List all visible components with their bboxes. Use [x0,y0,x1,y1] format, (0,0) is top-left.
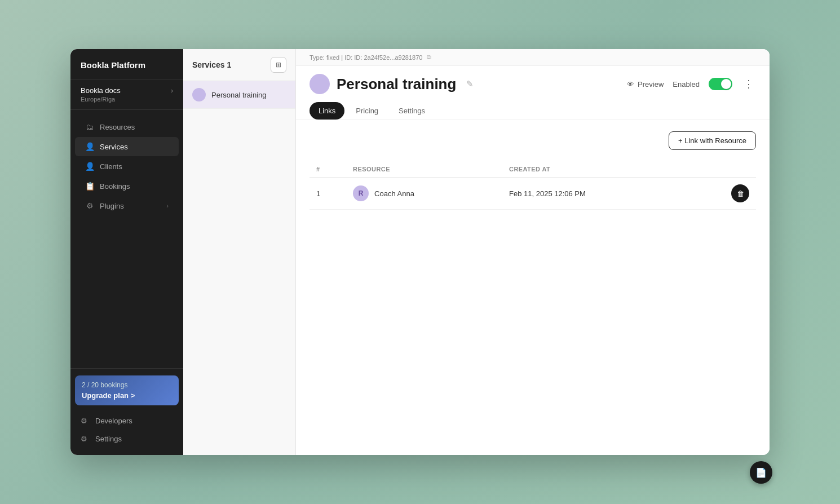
resource-avatar: R [353,185,369,201]
settings-icon: ⚙ [81,435,90,443]
service-list-panel: Services 1 ⊞ Personal training [183,49,296,455]
row-num: 1 [310,178,346,210]
delete-resource-button[interactable]: 🗑 [731,184,749,202]
col-header-resource: Resource [346,161,502,178]
workspace-name: Bookla docs [81,86,121,95]
col-header-actions [690,161,756,178]
sidebar: Bookla Platform Bookla docs › Europe/Rig… [70,49,183,455]
type-info-bar: Type: fixed | ID: ID: 2a24f52e...a928187… [296,49,770,66]
preview-label: Preview [638,80,664,89]
trash-icon: 🗑 [737,189,744,198]
service-tabs: Links Pricing Settings [310,102,756,120]
workspace-region: Europe/Riga [81,96,173,103]
developers-icon: ⚙ [81,417,90,425]
col-header-num: # [310,161,346,178]
sidebar-nav: 🗂 Resources 👤 Services 👤 Clients 📋 Booki… [70,110,183,368]
eye-icon: 👁 [627,80,634,89]
services-icon: 👤 [85,142,94,151]
col-header-created-at: Created at [502,161,690,178]
clients-icon: 👤 [85,162,94,171]
add-service-button[interactable]: ⊞ [271,57,286,73]
row-created-at: Feb 11, 2025 12:06 PM [502,178,690,210]
plugins-icon: ⚙ [85,201,94,210]
fab-doc-button[interactable]: 📄 [750,461,772,484]
workspace-selector[interactable]: Bookla docs › Europe/Riga [70,79,183,110]
sidebar-item-developers[interactable]: ⚙ Developers [75,412,179,430]
resource-name: Coach Anna [374,189,414,198]
service-item-name: Personal training [211,91,267,99]
sidebar-bottom: 2 / 20 bookings Upgrade plan > ⚙ Develop… [70,368,183,455]
preview-button[interactable]: 👁 Preview [627,80,664,89]
tab-pricing[interactable]: Pricing [347,102,387,120]
sidebar-item-plugins[interactable]: ⚙ Plugins › [75,196,179,215]
service-title-row: Personal training ✎ 👁 Preview Enabled ⋮ [310,74,756,94]
sidebar-item-settings[interactable]: ⚙ Settings [75,430,179,448]
edit-service-icon[interactable]: ✎ [466,79,474,89]
sidebar-item-services-label: Services [100,143,128,151]
upgrade-count: 2 / 20 bookings [82,381,172,389]
row-resource: R Coach Anna [346,178,502,210]
sidebar-item-plugins-label: Plugins [100,202,124,210]
link-resource-button[interactable]: + Link with Resource [669,131,756,150]
table-row: 1 R Coach Anna Feb 11, 2025 12:06 PM [310,178,756,210]
upgrade-banner[interactable]: 2 / 20 bookings Upgrade plan > [75,375,179,405]
tab-settings[interactable]: Settings [390,102,434,120]
sidebar-item-bookings-label: Bookings [100,182,130,191]
bookings-icon: 📋 [85,182,94,191]
copy-id-icon[interactable]: ⧉ [427,54,431,61]
sidebar-item-clients[interactable]: 👤 Clients [75,157,179,176]
resources-table: # Resource Created at 1 [310,161,756,210]
panel-header: Services 1 ⊞ [183,49,295,81]
sidebar-item-resources-label: Resources [100,123,135,131]
sidebar-item-bookings[interactable]: 📋 Bookings [75,176,179,196]
sidebar-item-clients-label: Clients [100,162,122,171]
panel-title: Services 1 [192,60,231,69]
workspace-chevron-icon: › [171,87,173,95]
enabled-toggle[interactable] [709,78,732,90]
service-title: Personal training [337,76,456,93]
sidebar-item-services[interactable]: 👤 Services [75,137,179,156]
toggle-thumb [721,79,731,89]
service-title-right: 👁 Preview Enabled ⋮ [627,76,756,92]
service-detail-header: Personal training ✎ 👁 Preview Enabled ⋮ [296,66,770,120]
plugins-chevron-icon: › [166,202,169,209]
service-item-personal-training[interactable]: Personal training [183,81,295,109]
row-actions: 🗑 [690,178,756,210]
sidebar-item-resources[interactable]: 🗂 Resources [75,117,179,136]
sidebar-item-developers-label: Developers [95,417,132,425]
more-options-button[interactable]: ⋮ [741,76,756,92]
type-info-text: Type: fixed | ID: ID: 2a24f52e...a928187… [310,54,422,61]
service-color-dot [192,88,206,101]
upgrade-link: Upgrade plan > [82,391,172,400]
main-content: Type: fixed | ID: ID: 2a24f52e...a928187… [296,49,770,455]
folder-icon: 🗂 [85,122,94,131]
app-logo: Bookla Platform [70,49,183,79]
service-title-left: Personal training ✎ [310,74,474,94]
service-avatar [310,74,330,94]
doc-icon: 📄 [755,467,767,478]
tab-links[interactable]: Links [310,102,344,120]
enabled-label: Enabled [673,80,700,89]
table-area: + Link with Resource # Resource Created … [296,120,770,455]
link-resource-row: + Link with Resource [310,131,756,150]
add-icon: ⊞ [276,61,281,69]
sidebar-item-settings-label: Settings [95,435,122,443]
